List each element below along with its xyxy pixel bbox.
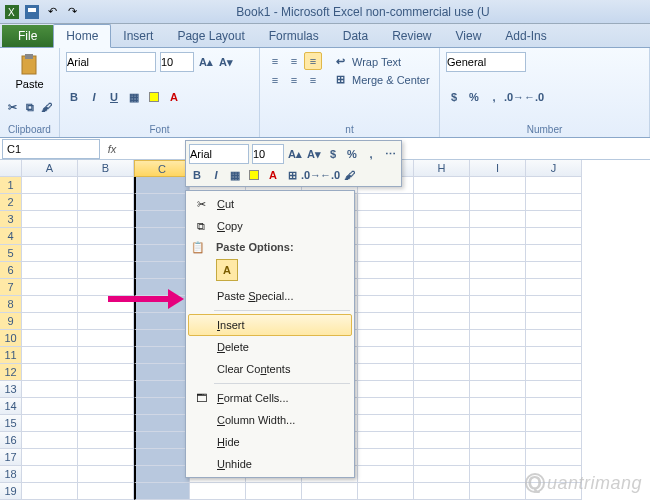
mini-font-size[interactable]: [252, 144, 284, 164]
cell-H8[interactable]: [414, 296, 470, 313]
cell-G18[interactable]: [358, 466, 414, 483]
align-top-right[interactable]: ≡: [304, 52, 322, 70]
tab-data[interactable]: Data: [331, 25, 380, 47]
cell-I3[interactable]: [470, 211, 526, 228]
mini-font-name[interactable]: [189, 144, 249, 164]
cell-A19[interactable]: [22, 483, 78, 500]
tab-formulas[interactable]: Formulas: [257, 25, 331, 47]
cell-C10[interactable]: [134, 330, 190, 347]
fill-color-icon[interactable]: [146, 89, 162, 105]
cell-I9[interactable]: [470, 313, 526, 330]
cell-J10[interactable]: [526, 330, 582, 347]
cell-G7[interactable]: [358, 279, 414, 296]
cell-B19[interactable]: [78, 483, 134, 500]
cell-A3[interactable]: [22, 211, 78, 228]
cell-C3[interactable]: [134, 211, 190, 228]
font-name-combo[interactable]: [66, 52, 156, 72]
merge-label[interactable]: Merge & Center: [352, 74, 430, 86]
cell-I2[interactable]: [470, 194, 526, 211]
cell-A14[interactable]: [22, 398, 78, 415]
tab-insert[interactable]: Insert: [111, 25, 165, 47]
ctx-column-width[interactable]: Column Width...: [188, 409, 352, 431]
cell-H7[interactable]: [414, 279, 470, 296]
border-icon[interactable]: ▦: [126, 89, 142, 105]
cell-H14[interactable]: [414, 398, 470, 415]
cell-I6[interactable]: [470, 262, 526, 279]
row-header-16[interactable]: 16: [0, 432, 22, 449]
undo-icon[interactable]: ↶: [44, 4, 60, 20]
tab-view[interactable]: View: [444, 25, 494, 47]
cell-H4[interactable]: [414, 228, 470, 245]
row-header-15[interactable]: 15: [0, 415, 22, 432]
cell-A1[interactable]: [22, 177, 78, 194]
cell-H16[interactable]: [414, 432, 470, 449]
cell-J11[interactable]: [526, 347, 582, 364]
cell-J15[interactable]: [526, 415, 582, 432]
cell-J3[interactable]: [526, 211, 582, 228]
cell-A16[interactable]: [22, 432, 78, 449]
cell-C5[interactable]: [134, 245, 190, 262]
cell-I5[interactable]: [470, 245, 526, 262]
mini-percent-icon[interactable]: %: [344, 146, 360, 162]
cell-A13[interactable]: [22, 381, 78, 398]
mini-more-icon[interactable]: ⋯: [382, 146, 398, 162]
cell-G10[interactable]: [358, 330, 414, 347]
cell-G2[interactable]: [358, 194, 414, 211]
cell-G3[interactable]: [358, 211, 414, 228]
cell-J4[interactable]: [526, 228, 582, 245]
cell-F19[interactable]: [302, 483, 358, 500]
cell-G5[interactable]: [358, 245, 414, 262]
cell-B5[interactable]: [78, 245, 134, 262]
cell-H9[interactable]: [414, 313, 470, 330]
cell-B9[interactable]: [78, 313, 134, 330]
cell-J9[interactable]: [526, 313, 582, 330]
cell-C18[interactable]: [134, 466, 190, 483]
cell-H1[interactable]: [414, 177, 470, 194]
mini-decimal-dec-icon[interactable]: ←.0: [322, 167, 338, 183]
align-bot-center[interactable]: ≡: [285, 71, 303, 89]
tab-file[interactable]: File: [2, 25, 53, 47]
cell-C13[interactable]: [134, 381, 190, 398]
row-header-13[interactable]: 13: [0, 381, 22, 398]
cell-A7[interactable]: [22, 279, 78, 296]
merge-icon[interactable]: ⊞: [332, 72, 348, 88]
cell-I4[interactable]: [470, 228, 526, 245]
cell-H15[interactable]: [414, 415, 470, 432]
ctx-insert[interactable]: Insert: [188, 314, 352, 336]
align-top-left[interactable]: ≡: [266, 52, 284, 70]
tab-home[interactable]: Home: [53, 24, 111, 48]
copy-icon[interactable]: ⧉: [23, 99, 36, 115]
cell-I10[interactable]: [470, 330, 526, 347]
row-header-10[interactable]: 10: [0, 330, 22, 347]
cell-G17[interactable]: [358, 449, 414, 466]
cell-A12[interactable]: [22, 364, 78, 381]
cell-H19[interactable]: [414, 483, 470, 500]
ctx-hide[interactable]: Hide: [188, 431, 352, 453]
cell-B1[interactable]: [78, 177, 134, 194]
bold-button[interactable]: B: [66, 89, 82, 105]
shrink-font-icon[interactable]: A▾: [218, 54, 234, 70]
row-header-9[interactable]: 9: [0, 313, 22, 330]
cell-I11[interactable]: [470, 347, 526, 364]
mini-italic[interactable]: I: [208, 167, 224, 183]
ctx-delete[interactable]: Delete: [188, 336, 352, 358]
cell-I1[interactable]: [470, 177, 526, 194]
column-header-B[interactable]: B: [78, 160, 134, 177]
cell-G6[interactable]: [358, 262, 414, 279]
row-header-6[interactable]: 6: [0, 262, 22, 279]
cell-B2[interactable]: [78, 194, 134, 211]
cell-A10[interactable]: [22, 330, 78, 347]
font-size-combo[interactable]: [160, 52, 194, 72]
wrap-text-label[interactable]: Wrap Text: [352, 56, 401, 68]
cell-C14[interactable]: [134, 398, 190, 415]
align-bot-right[interactable]: ≡: [304, 71, 322, 89]
cell-G13[interactable]: [358, 381, 414, 398]
cell-B11[interactable]: [78, 347, 134, 364]
row-header-3[interactable]: 3: [0, 211, 22, 228]
cell-I15[interactable]: [470, 415, 526, 432]
cell-C9[interactable]: [134, 313, 190, 330]
redo-icon[interactable]: ↷: [64, 4, 80, 20]
row-header-14[interactable]: 14: [0, 398, 22, 415]
name-box[interactable]: [2, 139, 100, 159]
align-bot-left[interactable]: ≡: [266, 71, 284, 89]
